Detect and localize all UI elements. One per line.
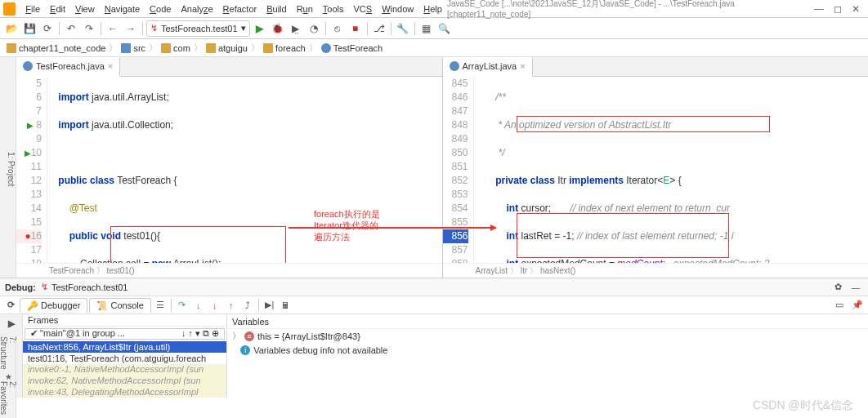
minimize-icon[interactable]: — — [809, 3, 829, 15]
bc-module[interactable]: chapter11_note_code — [5, 43, 107, 53]
bc-class[interactable]: TestForeach — [320, 43, 385, 53]
undo-icon[interactable]: ↶ — [63, 20, 79, 37]
tab-label: ArrayList.java — [463, 61, 517, 71]
frame-row[interactable]: invoke:43, DelegatingMethodAccessorImpl — [23, 386, 226, 398]
run-config-label: TestForeach.test01 — [161, 24, 238, 33]
favorites-tool-button[interactable]: 7: Structure ★ 2: Favorites — [0, 336, 16, 418]
step-over-icon[interactable]: ↷ — [175, 298, 190, 313]
right-structure-crumb[interactable]: ArrayList 〉 Itr 〉 hasNext() — [443, 263, 869, 278]
settings-icon[interactable]: ✿ — [830, 280, 845, 295]
menu-bar: File Edit View Navigate Code Analyze Ref… — [0, 0, 868, 18]
editor-right: ArrayList.java × 845846847 8488498508518… — [443, 57, 869, 278]
annotation-box-itr — [517, 116, 770, 132]
force-step-into-icon[interactable]: ↓ — [208, 298, 222, 313]
debug-icon[interactable]: 🐞 — [270, 20, 286, 37]
annotation-text: foreach执行的是Iterator迭代器的遍历方法 — [314, 208, 380, 242]
var-info: iVariables debug info not available — [227, 343, 868, 357]
bc-com[interactable]: com — [159, 43, 192, 53]
menu-tools[interactable]: Tools — [318, 4, 349, 14]
project-tool-button[interactable]: 1: Project — [0, 57, 16, 278]
back-icon[interactable]: ← — [105, 20, 121, 37]
debug-header: Debug: ↯TestForeach.test01 ✿ — — [0, 278, 868, 296]
drop-frame-icon[interactable]: ⤴ — [240, 298, 255, 313]
variables-panel: Variables 〉≡this = {ArrayList$Itr@843} i… — [227, 314, 868, 398]
tab-close-icon[interactable]: × — [520, 61, 525, 71]
debug-config[interactable]: ↯TestForeach.test01 — [41, 282, 128, 292]
run-icon[interactable]: ▶ — [252, 20, 268, 37]
stop-icon[interactable]: ■ — [347, 20, 364, 37]
menu-analyze[interactable]: Analyze — [176, 4, 217, 14]
save-icon[interactable]: 💾 — [21, 20, 38, 37]
close-icon[interactable]: ✕ — [847, 3, 865, 15]
tab-arraylist[interactable]: ArrayList.java × — [443, 57, 533, 77]
left-tabs: TestForeach.java × — [16, 57, 442, 77]
menu-navigate[interactable]: Navigate — [100, 4, 145, 14]
debug-title: Debug: — [5, 282, 36, 292]
hide-icon[interactable]: — — [848, 280, 863, 295]
git-icon[interactable]: ⎇ — [371, 20, 387, 37]
run-config-selector[interactable]: ↯ TestForeach.test01 ▾ — [146, 20, 250, 37]
menu-file[interactable]: File — [20, 4, 45, 14]
structure-icon[interactable]: ▦ — [418, 20, 435, 37]
window-title: JavaSE_Code [...\note\2021JavaSE_12月\Jav… — [447, 0, 809, 19]
menu-code[interactable]: Code — [145, 4, 176, 14]
annotation-arrow — [289, 227, 496, 229]
menu-refactor[interactable]: Refactor — [218, 4, 262, 14]
profile-icon[interactable]: ◔ — [306, 20, 322, 37]
menu-vcs[interactable]: VCS — [349, 4, 378, 14]
debugger-tab[interactable]: 🔑 Debugger — [20, 298, 87, 313]
frame-row[interactable]: invoke0:-1, NativeMethodAccessorImpl (su… — [23, 364, 226, 376]
menu-edit[interactable]: Edit — [45, 4, 70, 14]
maximize-icon[interactable]: ◻ — [829, 3, 847, 15]
bc-foreach[interactable]: foreach — [262, 43, 307, 53]
main-toolbar: 📂 💾 ⟳ ↶ ↷ ← → ↯ TestForeach.test01 ▾ ▶ 🐞… — [0, 18, 868, 39]
right-gutter[interactable]: 845846847 848849850851852 85385485585685… — [443, 77, 474, 263]
tab-label: TestForeach.java — [36, 61, 105, 71]
coverage-icon[interactable]: ▶̤ — [288, 20, 304, 37]
bc-atguigu[interactable]: atguigu — [204, 43, 249, 53]
menu-help[interactable]: Help — [418, 4, 447, 14]
step-out-icon[interactable]: ↑ — [224, 298, 239, 313]
right-tabs: ArrayList.java × — [443, 57, 869, 77]
tab-testforeach[interactable]: TestForeach.java × — [16, 57, 120, 77]
variables-header: Variables — [227, 314, 868, 329]
layout-icon[interactable]: ▭ — [832, 298, 847, 313]
thread-selector[interactable]: ✔ "main"@1 in group ...↓ ↑ ▾ ⧉ ⊕ — [25, 328, 225, 340]
refresh-icon[interactable]: ⟳ — [39, 20, 56, 37]
left-gutter[interactable]: 567 ▶ 89 ▶101112131415 ●16 171819 — [16, 77, 47, 263]
step-into-icon[interactable]: ↓ — [191, 298, 206, 313]
frame-row[interactable]: hasNext:856, ArrayList$Itr (java.util) — [23, 341, 226, 353]
annotation-box-left — [110, 226, 286, 263]
right-code[interactable]: 845846847 848849850851852 85385485585685… — [443, 77, 869, 263]
rerun-icon[interactable]: ⟳ — [3, 298, 18, 313]
app-logo — [3, 2, 16, 16]
debug-body: ▶ ⏸ ■ ●● ⊘ Frames ✔ "main"@1 in group ..… — [0, 314, 868, 398]
editor-left: TestForeach.java × 567 ▶ 89 ▶10111213141… — [16, 57, 443, 278]
debug-toolbar: ⟳ 🔑 Debugger 📜 Console ☰ ↷ ↓ ↓ ↑ ⤴ ▶| 🖩 … — [0, 296, 868, 314]
frames-panel: Frames ✔ "main"@1 in group ...↓ ↑ ▾ ⧉ ⊕ … — [23, 314, 227, 398]
evaluate-icon[interactable]: 🖩 — [279, 298, 293, 313]
search-icon[interactable]: 🔍 — [436, 20, 453, 37]
resume-icon[interactable]: ▶ — [4, 316, 19, 331]
wrench-icon[interactable]: 🔧 — [395, 20, 411, 37]
pin-icon[interactable]: 📌 — [850, 298, 865, 313]
left-structure-crumb[interactable]: TestForeach 〉 test01() — [16, 263, 442, 278]
console-tab[interactable]: 📜 Console — [89, 298, 150, 313]
annotation-box-hasnext — [517, 213, 729, 258]
tab-close-icon[interactable]: × — [108, 61, 113, 71]
forward-icon[interactable]: → — [123, 20, 139, 37]
bc-src[interactable]: src — [119, 43, 147, 53]
menu-build[interactable]: Build — [262, 4, 291, 14]
menu-view[interactable]: View — [70, 4, 100, 14]
menu-window[interactable]: Window — [377, 4, 418, 14]
frame-row[interactable]: test01:16, TestForeach (com.atguigu.fore… — [23, 353, 226, 364]
open-icon[interactable]: 📂 — [3, 20, 20, 37]
menu-run[interactable]: Run — [292, 4, 318, 14]
breakpoint-icon[interactable]: ● — [25, 230, 30, 242]
var-this[interactable]: 〉≡this = {ArrayList$Itr@843} — [227, 329, 868, 343]
frame-row[interactable]: invoke:62, NativeMethodAccessorImpl (sun — [23, 375, 226, 386]
redo-icon[interactable]: ↷ — [81, 20, 97, 37]
run-to-cursor-icon[interactable]: ▶| — [262, 298, 277, 313]
threads-icon[interactable]: ☰ — [153, 298, 168, 313]
attach-icon[interactable]: ⎋ — [329, 20, 346, 37]
